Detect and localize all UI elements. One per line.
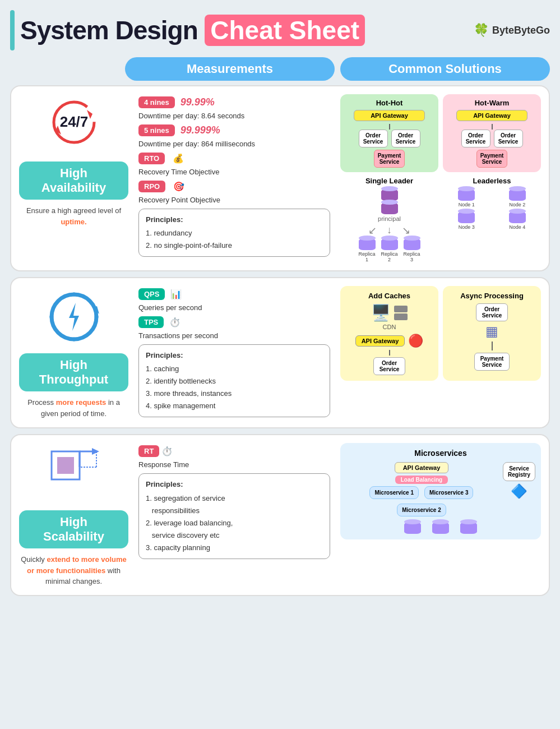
tp-solutions-grid: Add Caches 🖥️ CDN API Gateway �	[340, 286, 541, 381]
server-1	[394, 306, 408, 312]
service-registry-icon: 🔷	[511, 483, 527, 499]
async-connector	[492, 342, 493, 350]
principle-2: 2. no single-point-of-failure	[146, 239, 323, 252]
hot-warm-payment: PaymentService	[476, 150, 508, 168]
tps-desc: Transactions per second	[138, 331, 330, 340]
node-4: Node 4	[508, 211, 527, 230]
header: System Design Cheat Sheet 🍀 ByteByteGo	[10, 10, 550, 50]
hot-warm-title: Hot-Warm	[447, 99, 536, 107]
title-block: System Design Cheat Sheet	[10, 10, 365, 50]
cache-diagram: 🖥️ CDN API Gateway 🔴 OrderServ	[346, 303, 433, 375]
throughput-principles: Principles: 1. caching 2. identify bottl…	[138, 344, 330, 417]
service-registry: ServiceRegistry	[503, 462, 535, 481]
async-payment-svc: PaymentService	[474, 353, 510, 371]
server-stack	[394, 306, 408, 320]
brand-icon: 🍀	[474, 23, 489, 38]
throughput-icon-wrap	[43, 286, 105, 348]
availability-label: High Availability	[19, 162, 128, 200]
monitor-cdn-row: 🖥️	[371, 303, 408, 322]
throughput-solutions: Add Caches 🖥️ CDN API Gateway �	[340, 286, 541, 419]
svg-rect-7	[57, 457, 74, 474]
cdn-label: CDN	[383, 324, 396, 330]
tp-principle-4: 4. spike management	[146, 400, 323, 412]
async-title: Async Processing	[448, 292, 535, 300]
api-redis-row: API Gateway 🔴	[355, 334, 424, 348]
rto-desc: Recovery Time Objective	[138, 168, 330, 176]
sc-principle-1: 1. segregation of service responsibiliti…	[146, 492, 323, 517]
microservice-3: Microservice 3	[424, 486, 474, 499]
hot-warm-order-2: OrderService	[494, 130, 523, 147]
tp-principle-2: 2. identify bottlenecks	[146, 375, 323, 387]
hot-hot-services: OrderService OrderService	[345, 130, 434, 147]
arrows-down: ↙↓↘	[368, 224, 410, 237]
scalability-solutions: Microservices API Gateway Load Balancing…	[340, 443, 541, 587]
scalability-desc: Quickly extend to more volume or more fu…	[19, 554, 128, 587]
scalability-label: High Scalability	[19, 510, 128, 548]
svg-marker-4	[69, 303, 79, 331]
hot-solutions: Hot-Hot API Gateway OrderService OrderSe…	[340, 94, 541, 172]
five-nines-row: 5 nines 99.999%	[138, 124, 330, 136]
scalability-principles: Principles: 1. segregation of service re…	[138, 473, 330, 559]
microservice-2: Microservice 2	[397, 504, 446, 516]
tps-icon: ⏱️	[169, 317, 181, 327]
sc-principle-2: 2. leverage load balancing, service disc…	[146, 517, 323, 542]
qps-badge: QPS	[138, 288, 165, 300]
rto-icon: 💰	[173, 153, 184, 164]
svg-marker-10	[92, 448, 99, 455]
async-diagram: OrderService ▦ PaymentService	[448, 303, 535, 371]
title-bar-accent	[10, 10, 15, 50]
four-nines-row: 4 nines 99.99%	[138, 96, 330, 108]
leaderless-title: Leaderless	[443, 177, 541, 185]
qps-icon: 📊	[170, 289, 182, 299]
hot-warm-api-gw: API Gateway	[456, 110, 527, 121]
micro-db-2	[431, 522, 450, 534]
qps-desc: Queries per second	[138, 303, 330, 312]
microservices-diagram: API Gateway Load Balancing Microservice …	[346, 462, 535, 534]
five-nines-downtime: Downtime per day: 864 milliseconds	[138, 140, 330, 148]
hot-hot-title: Hot-Hot	[345, 99, 434, 107]
availability-icon: 24/7	[43, 94, 105, 156]
common-solutions-header: Common Solutions	[340, 57, 550, 81]
micro-db-3	[459, 522, 478, 534]
server-2	[394, 313, 408, 320]
rto-row: RTO 💰	[138, 153, 330, 164]
principal-db	[380, 188, 399, 214]
scalability-concept: High Scalability Quickly extend to more …	[19, 443, 128, 587]
replication-solutions: Single Leader principal ↙↓↘	[340, 177, 541, 262]
replica-1: Replica 1	[358, 238, 377, 262]
lb-badge: Load Balancing	[395, 476, 448, 484]
tp-connector	[389, 350, 390, 356]
tp-order-svc: OrderService	[373, 357, 406, 375]
single-leader-title: Single Leader	[340, 177, 438, 185]
brand: 🍀 ByteByteGo	[474, 23, 550, 38]
microservices-box: Microservices API Gateway Load Balancing…	[340, 443, 541, 539]
node-2: Node 2	[508, 188, 527, 207]
availability-concept: 24/7 High Availability Ensure a high agr…	[19, 94, 128, 262]
availability-desc: Ensure a high agreed level of uptime.	[19, 205, 128, 227]
throughput-label: High Throughput	[19, 353, 128, 391]
four-nines-badge: 4 nines	[138, 96, 175, 108]
scalability-section: High Scalability Quickly extend to more …	[10, 434, 550, 596]
micro-db-1	[403, 522, 422, 534]
rt-badge: RT	[138, 445, 159, 457]
availability-principles: Principles: 1. redundancy 2. no single-p…	[138, 209, 330, 257]
four-nines-value: 99.99%	[181, 96, 215, 108]
page-title: System Design Cheat Sheet	[20, 15, 365, 45]
rto-badge: RTO	[138, 153, 165, 164]
micro-services-row-1: Microservice 1 Microservice 3	[369, 486, 473, 499]
rpo-row: RPO 🎯	[138, 181, 330, 192]
tp-principles-title: Principles:	[146, 349, 323, 362]
micro-api-gw: API Gateway	[395, 462, 449, 473]
four-nines-downtime: Downtime per day: 8.64 seconds	[138, 112, 330, 120]
micro-top-row: API Gateway Load Balancing Microservice …	[346, 462, 535, 516]
rt-row: RT ⏱️	[138, 445, 330, 457]
micro-center: API Gateway Load Balancing Microservice …	[346, 462, 497, 516]
principles-title: Principles:	[146, 214, 323, 226]
queue-icon: ▦	[485, 324, 498, 339]
tp-api-gw: API Gateway	[355, 335, 405, 347]
hot-hot-api-gw: API Gateway	[354, 110, 425, 121]
micro-right: ServiceRegistry 🔷	[503, 462, 535, 499]
hot-warm-box: Hot-Warm API Gateway OrderService OrderS…	[443, 94, 541, 172]
qps-row: QPS 📊	[138, 288, 330, 300]
replica-nodes: Replica 1 Replica 2 Replica 3	[358, 238, 422, 262]
